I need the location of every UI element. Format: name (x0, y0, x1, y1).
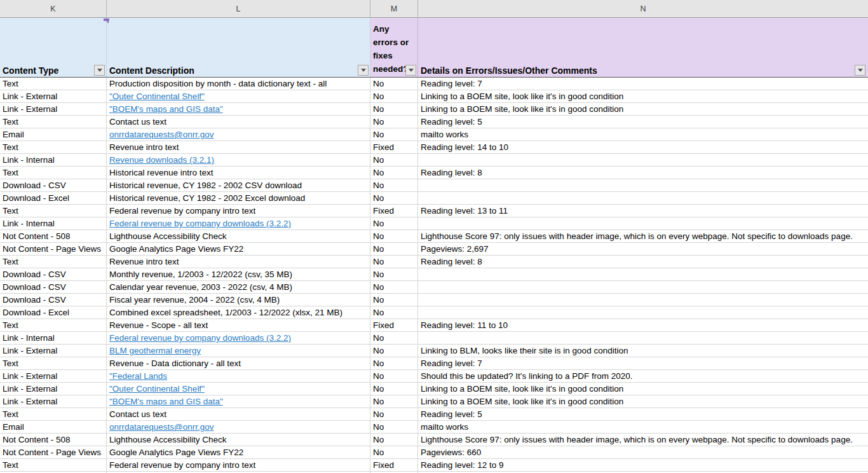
cell-content-type[interactable]: Text (0, 319, 107, 331)
cell-content-description[interactable]: Revenue intro text (107, 141, 370, 153)
cell-hyperlink[interactable]: BLM geothermal energy (109, 346, 201, 355)
cell-errors[interactable]: No (370, 128, 418, 141)
cell-content-type[interactable]: Text (0, 116, 107, 128)
cell-errors[interactable]: No (370, 116, 418, 128)
cell-details[interactable]: Reading level: 5 (418, 116, 868, 128)
cell-content-description[interactable]: Google Analytics Page Views FY22 (107, 243, 370, 255)
column-header-n[interactable]: N (418, 0, 868, 17)
cell-details[interactable] (418, 332, 868, 344)
cell-content-description[interactable]: "BOEM's maps and GIS data" (107, 395, 370, 408)
cell-details[interactable]: mailto works (418, 128, 868, 141)
cell-content-type[interactable]: Link - External (0, 103, 107, 115)
cell-content-type[interactable]: Link - Internal (0, 217, 107, 230)
cell-errors[interactable]: No (370, 332, 418, 344)
cell-content-type[interactable]: Download - CSV (0, 268, 107, 280)
cell-details[interactable]: Reading level: 7 (418, 357, 868, 369)
cell-content-type[interactable]: Download - CSV (0, 179, 107, 191)
cell-content-type[interactable]: Text (0, 459, 107, 471)
cell-errors[interactable]: No (370, 306, 418, 319)
cell-content-type[interactable]: Email (0, 128, 107, 141)
cell-errors[interactable]: No (370, 383, 418, 395)
cell-hyperlink[interactable]: Revenue downloads (3.2.1) (109, 155, 214, 165)
cell-errors[interactable]: No (370, 243, 418, 255)
cell-errors[interactable]: Fixed (370, 205, 418, 217)
cell-hyperlink[interactable]: Federal revenue by company downloads (3.… (109, 333, 291, 343)
cell-details[interactable]: Linking to BLM, looks like their site is… (418, 345, 868, 357)
cell-content-type[interactable]: Not Content - Page Views (0, 243, 107, 255)
cell-details[interactable]: Pageviews: 660 (418, 446, 868, 458)
cell-content-description[interactable]: Revenue downloads (3.2.1) (107, 154, 370, 166)
cell-content-type[interactable]: Link - External (0, 90, 107, 102)
cell-content-type[interactable]: Download - Excel (0, 306, 107, 319)
cell-content-description[interactable]: Lighthouse Accessibility Check (107, 230, 370, 242)
cell-content-type[interactable]: Text (0, 357, 107, 369)
column-header-l[interactable]: L (107, 0, 370, 17)
cell-details[interactable]: Reading level: 7 (418, 78, 868, 90)
cell-details[interactable]: Reading level: 11 to 10 (418, 319, 868, 331)
cell-content-description[interactable]: Revenue - Scope - all text (107, 319, 370, 331)
cell-content-description[interactable]: Revenue intro text (107, 256, 370, 268)
cell-errors[interactable]: Fixed (370, 459, 418, 471)
cell-errors[interactable]: No (370, 256, 418, 268)
column-header-k[interactable]: K (0, 0, 107, 17)
cell-details[interactable] (418, 281, 868, 293)
filter-button-details[interactable] (855, 65, 865, 76)
cell-errors[interactable]: No (370, 192, 418, 204)
header-cell-errors[interactable]: Any errors or fixes needed? (370, 18, 418, 77)
cell-content-description[interactable]: BLM geothermal energy (107, 345, 370, 357)
cell-hyperlink[interactable]: "Outer Continental Shelf" (109, 384, 205, 394)
cell-hyperlink[interactable]: "Federal Lands (109, 371, 167, 381)
cell-errors[interactable]: No (370, 179, 418, 191)
cell-content-description[interactable]: Contact us text (107, 408, 370, 420)
cell-errors[interactable]: No (370, 78, 418, 90)
cell-content-type[interactable]: Not Content - 508 (0, 230, 107, 242)
cell-details[interactable]: mailto works (418, 421, 868, 433)
cell-content-description[interactable]: Historical revenue intro text (107, 167, 370, 179)
cell-details[interactable] (418, 294, 868, 306)
cell-errors[interactable]: No (370, 434, 418, 446)
cell-details[interactable]: Reading level: 5 (418, 408, 868, 420)
cell-errors[interactable]: No (370, 357, 418, 369)
cell-hyperlink[interactable]: "Outer Continental Shelf" (109, 92, 205, 101)
header-cell-content-type[interactable]: Content Type (0, 18, 107, 77)
cell-content-description[interactable]: onrrdatarequests@onrr.gov (107, 421, 370, 433)
cell-details[interactable]: Reading level: 13 to 11 (418, 205, 868, 217)
cell-content-type[interactable]: Link - External (0, 395, 107, 408)
cell-errors[interactable]: No (370, 408, 418, 420)
cell-details[interactable]: Reading level: 8 (418, 167, 868, 179)
cell-content-type[interactable]: Text (0, 78, 107, 90)
cell-content-description[interactable]: Revenue - Data dictionary - all text (107, 357, 370, 369)
cell-hyperlink[interactable]: "BOEM's maps and GIS data" (109, 104, 223, 114)
cell-content-type[interactable]: Not Content - Page Views (0, 446, 107, 458)
cell-errors[interactable]: No (370, 268, 418, 280)
cell-content-type[interactable]: Link - External (0, 370, 107, 382)
cell-content-type[interactable]: Link - External (0, 345, 107, 357)
cell-content-type[interactable]: Email (0, 421, 107, 433)
cell-content-description[interactable]: "Outer Continental Shelf" (107, 383, 370, 395)
cell-details[interactable] (418, 192, 868, 204)
cell-content-type[interactable]: Text (0, 167, 107, 179)
column-header-m[interactable]: M (370, 0, 418, 17)
cell-errors[interactable]: No (370, 154, 418, 166)
cell-content-description[interactable]: Historical revenue, CY 1982 - 2002 Excel… (107, 192, 370, 204)
cell-content-type[interactable]: Link - External (0, 383, 107, 395)
cell-content-description[interactable]: onrrdatarequests@onrr.gov (107, 128, 370, 141)
cell-content-type[interactable]: Link - Internal (0, 332, 107, 344)
cell-errors[interactable]: Fixed (370, 319, 418, 331)
cell-content-description[interactable]: Calendar year revenue, 2003 - 2022 (csv,… (107, 281, 370, 293)
filter-button-content-type[interactable] (94, 65, 105, 76)
cell-content-description[interactable]: Production disposition by month - data d… (107, 78, 370, 90)
cell-errors[interactable]: No (370, 167, 418, 179)
cell-details[interactable] (418, 306, 868, 319)
cell-details[interactable]: Should this be updated? It's linking to … (418, 370, 868, 382)
cell-content-description[interactable]: Combined excel spreadsheet, 1/2003 - 12/… (107, 306, 370, 319)
cell-errors[interactable]: No (370, 230, 418, 242)
cell-content-description[interactable]: Monthly revenue, 1/2003 - 12/2022 (csv, … (107, 268, 370, 280)
cell-content-description[interactable]: Federal revenue by company downloads (3.… (107, 217, 370, 230)
cell-content-type[interactable]: Not Content - 508 (0, 434, 107, 446)
cell-details[interactable]: Lighthouse Score 97: only issues with he… (418, 230, 868, 242)
cell-content-type[interactable]: Text (0, 256, 107, 268)
filter-button-content-description[interactable] (358, 65, 369, 76)
cell-hyperlink[interactable]: onrrdatarequests@onrr.gov (109, 130, 214, 139)
cell-hyperlink[interactable]: "BOEM's maps and GIS data" (109, 397, 223, 406)
